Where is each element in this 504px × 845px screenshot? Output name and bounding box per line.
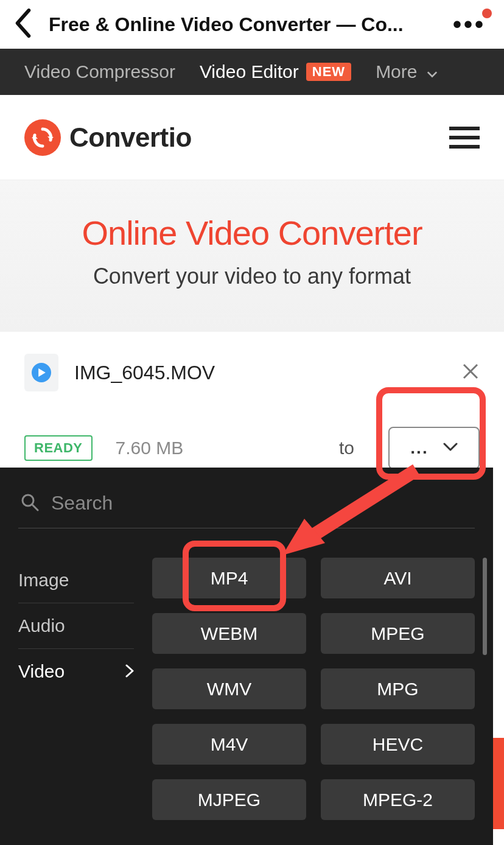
brand-logo-area[interactable]: Convertio — [24, 119, 192, 156]
category-label: Video — [18, 661, 65, 682]
dots-icon: ••• — [453, 11, 486, 38]
nav-video-editor-label: Video Editor — [200, 61, 299, 82]
new-badge: NEW — [306, 63, 351, 81]
category-image[interactable]: Image — [18, 558, 134, 603]
category-label: Audio — [18, 615, 65, 636]
format-option-hevc[interactable]: HEVC — [321, 724, 475, 765]
file-size: 7.60 MB — [116, 438, 184, 458]
format-option-mpg[interactable]: MPG — [321, 668, 475, 709]
chevron-down-icon — [424, 61, 438, 82]
format-option-mpeg2[interactable]: MPEG-2 — [321, 779, 475, 820]
convertio-logo-icon — [24, 119, 61, 156]
format-option-wmv[interactable]: WMV — [152, 668, 306, 709]
svg-marker-2 — [38, 368, 46, 377]
side-accent-bar — [493, 738, 504, 829]
brand-name: Convertio — [69, 122, 192, 153]
status-badge: READY — [24, 435, 93, 461]
format-option-m4v[interactable]: M4V — [152, 724, 306, 765]
format-option-mpeg[interactable]: MPEG — [321, 613, 475, 654]
format-option-mjpeg[interactable]: MJPEG — [152, 779, 306, 820]
category-video[interactable]: Video — [18, 649, 134, 694]
chevron-down-icon — [443, 443, 458, 454]
browser-more-button[interactable]: ••• — [449, 12, 489, 37]
back-button[interactable] — [15, 9, 32, 40]
hero-subtitle: Convert your video to any format — [12, 264, 492, 289]
search-icon — [21, 493, 39, 514]
file-type-icon — [24, 354, 58, 391]
notification-dot-icon — [482, 9, 492, 18]
category-audio[interactable]: Audio — [18, 603, 134, 649]
to-label: to — [339, 438, 354, 458]
format-option-mp4[interactable]: MP4 — [152, 558, 306, 598]
format-option-avi[interactable]: AVI — [321, 558, 475, 598]
scrollbar[interactable] — [483, 558, 487, 655]
nav-more-label: More — [376, 61, 417, 82]
menu-button[interactable] — [449, 127, 480, 149]
svg-marker-0 — [47, 136, 54, 140]
format-select-value: ... — [410, 438, 428, 458]
format-option-webm[interactable]: WEBM — [152, 613, 306, 654]
chevron-right-icon — [125, 661, 134, 682]
format-search-input[interactable] — [51, 492, 472, 514]
remove-file-button[interactable] — [461, 362, 480, 383]
svg-line-8 — [32, 505, 38, 510]
nav-video-compressor[interactable]: Video Compressor — [24, 61, 175, 82]
hero-title: Online Video Converter — [12, 213, 492, 253]
play-icon — [32, 363, 51, 382]
hamburger-icon — [449, 127, 480, 130]
file-name: IMG_6045.MOV — [74, 362, 446, 384]
format-select-dropdown[interactable]: ... — [388, 427, 480, 469]
svg-marker-1 — [32, 135, 38, 139]
category-label: Image — [18, 570, 69, 591]
page-title: Free & Online Video Converter — Co... — [49, 13, 404, 36]
nav-more[interactable]: More — [376, 61, 438, 82]
nav-video-editor[interactable]: Video Editor NEW — [200, 61, 351, 82]
